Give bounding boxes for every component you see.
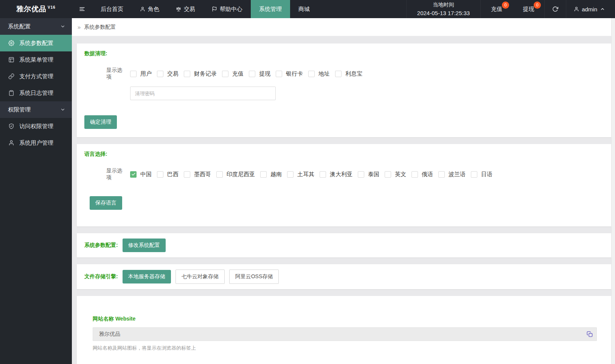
nav-tab-trade-label: 交易 (184, 6, 195, 13)
vertical-scrollbar[interactable] (611, 18, 615, 364)
recharge-button[interactable]: 充值 0 (481, 0, 512, 18)
checkbox-option-trades[interactable]: 交易 (157, 70, 179, 77)
website-name-input-box (93, 327, 597, 341)
nav-tab-home-label: 后台首页 (101, 6, 123, 13)
sidebar-toggle-button[interactable] (72, 0, 92, 18)
table-icon (8, 57, 14, 63)
sidebar-item-system-users[interactable]: 系统用户管理 (0, 135, 72, 151)
content: 数据清理: 显示选项 用户 交易 财务记录 充值 (72, 36, 615, 364)
user-icon (140, 6, 145, 12)
checkbox-option-brazil[interactable]: 巴西 (157, 171, 179, 178)
checkbox-label: 财务记录 (194, 70, 217, 77)
sidebar-item-system-menu[interactable]: 系统菜单管理 (0, 51, 72, 68)
checkbox-icon[interactable] (471, 171, 477, 178)
checkbox-icon[interactable] (184, 71, 190, 77)
cleaning-password-input[interactable] (130, 87, 276, 100)
checkbox-icon[interactable] (385, 171, 391, 178)
sidebar-item-system-logs[interactable]: 系统日志管理 (0, 85, 72, 101)
checkbox-option-vietnam[interactable]: 越南 (260, 171, 282, 178)
checkbox-icon[interactable] (130, 71, 137, 77)
checkbox-icon[interactable] (412, 171, 418, 178)
checkbox-icon[interactable] (216, 171, 223, 178)
checkbox-option-japanese[interactable]: 日语 (471, 171, 492, 178)
checkbox-checked-icon[interactable] (130, 171, 137, 178)
sidebar: 系统配置 系统参数配置 系统菜单管理 支付方式管理 系统日志管理 权限管理 (0, 18, 72, 364)
checkbox-icon[interactable] (320, 171, 326, 178)
nav-tab-role[interactable]: 角色 (132, 0, 168, 18)
checkbox-icon[interactable] (335, 71, 342, 77)
modify-system-config-button[interactable]: 修改系统配置 (123, 239, 166, 252)
cleaning-password-row (130, 87, 604, 100)
app-version: V16 (48, 5, 56, 9)
checkbox-label: 银行卡 (286, 70, 303, 77)
language-options-row: 显示选项 中国 巴西 墨西哥 印度尼西亚 (106, 167, 604, 181)
sidebar-item-label: 系统日志管理 (19, 90, 53, 97)
checkbox-option-users[interactable]: 用户 (130, 70, 152, 77)
checkbox-option-indonesia[interactable]: 印度尼西亚 (216, 171, 255, 178)
nav-tab-help[interactable]: 帮助中心 (203, 0, 251, 18)
checkbox-option-mexico[interactable]: 墨西哥 (184, 171, 211, 178)
checkbox-option-australia[interactable]: 澳大利亚 (320, 171, 353, 178)
checkbox-option-addresses[interactable]: 地址 (308, 70, 330, 77)
checkbox-option-turkey[interactable]: 土耳其 (287, 171, 314, 178)
checkbox-icon[interactable] (157, 71, 163, 77)
nav-tab-role-label: 角色 (148, 6, 159, 13)
checkbox-option-withdrawals[interactable]: 提现 (249, 70, 270, 77)
save-language-button[interactable]: 保存语言 (90, 196, 122, 210)
checkbox-option-polish[interactable]: 波兰语 (438, 171, 466, 178)
admin-menu[interactable]: admin (566, 0, 615, 18)
checkbox-icon[interactable] (249, 71, 255, 77)
checkbox-option-china[interactable]: 中国 (130, 171, 152, 178)
checkbox-label: 交易 (167, 70, 179, 77)
checkbox-label: 澳大利亚 (330, 171, 353, 178)
card-storage-engine: 文件存储引擎: 本地服务器存储 七牛云对象存储 阿里云OSS存储 (77, 264, 611, 289)
scales-icon (176, 6, 181, 12)
app-logo[interactable]: 雅尔优品 V16 (0, 0, 72, 18)
breadcrumb-caret-icon: » (78, 24, 81, 30)
checkbox-option-thailand[interactable]: 泰国 (358, 171, 379, 178)
checkbox-icon[interactable] (276, 71, 282, 77)
storage-qiniu-button[interactable]: 七牛云对象存储 (175, 270, 225, 284)
checkbox-icon[interactable] (287, 171, 294, 178)
checkbox-option-interest-treasure[interactable]: 利息宝 (335, 70, 362, 77)
storage-local-button[interactable]: 本地服务器存储 (123, 270, 171, 283)
card-website-settings: 网站名称 Website 网站名称及网站图标，将显示在浏览器的标签上 网站名称 … (77, 296, 611, 364)
checkbox-icon[interactable] (184, 171, 190, 178)
link-icon (8, 73, 14, 79)
checkbox-icon[interactable] (308, 71, 315, 77)
sidebar-item-payment-methods[interactable]: 支付方式管理 (0, 68, 72, 85)
sidebar-item-access-permissions[interactable]: 访问权限管理 (0, 118, 72, 135)
checkbox-option-recharges[interactable]: 充值 (222, 70, 244, 77)
local-time: 当地时间 2024-05-13 17:25:33 (406, 0, 481, 18)
checkbox-option-finance-records[interactable]: 财务记录 (184, 70, 217, 77)
nav-tab-mall[interactable]: 商城 (290, 0, 318, 18)
website-name-input[interactable] (93, 327, 597, 341)
checkbox-icon[interactable] (358, 171, 364, 178)
sidebar-group-system-config[interactable]: 系统配置 (0, 18, 72, 35)
checkbox-icon[interactable] (157, 171, 163, 178)
checkbox-option-russian[interactable]: 俄语 (412, 171, 433, 178)
checkbox-icon[interactable] (222, 71, 228, 77)
refresh-button[interactable] (544, 0, 566, 18)
nav-tab-trade[interactable]: 交易 (168, 0, 203, 18)
options-label: 显示选项 (106, 67, 125, 81)
confirm-cleaning-button[interactable]: 确定清理 (84, 115, 117, 129)
withdraw-button[interactable]: 提现 0 (512, 0, 544, 18)
sidebar-item-label: 系统参数配置 (19, 40, 53, 47)
checkbox-icon[interactable] (438, 171, 445, 178)
storage-aliyun-oss-button[interactable]: 阿里云OSS存储 (229, 270, 279, 284)
copy-icon[interactable] (587, 331, 593, 337)
checkbox-option-english[interactable]: 英文 (385, 171, 406, 178)
top-bar-right: 当地时间 2024-05-13 17:25:33 充值 0 提现 0 admin (406, 0, 615, 18)
sidebar-item-system-params[interactable]: 系统参数配置 (0, 35, 72, 51)
nav-tab-system-management[interactable]: 系统管理 (251, 0, 290, 18)
checkbox-icon[interactable] (260, 171, 267, 178)
sidebar-group-permissions[interactable]: 权限管理 (0, 101, 72, 118)
nav-tab-system-label: 系统管理 (259, 6, 282, 13)
checkbox-option-bank-cards[interactable]: 银行卡 (276, 70, 303, 77)
sidebar-group-label: 权限管理 (8, 106, 31, 113)
checkbox-label: 巴西 (167, 171, 179, 178)
user-icon (8, 140, 14, 146)
checkbox-label: 墨西哥 (194, 171, 211, 178)
nav-tab-home[interactable]: 后台首页 (92, 0, 132, 18)
